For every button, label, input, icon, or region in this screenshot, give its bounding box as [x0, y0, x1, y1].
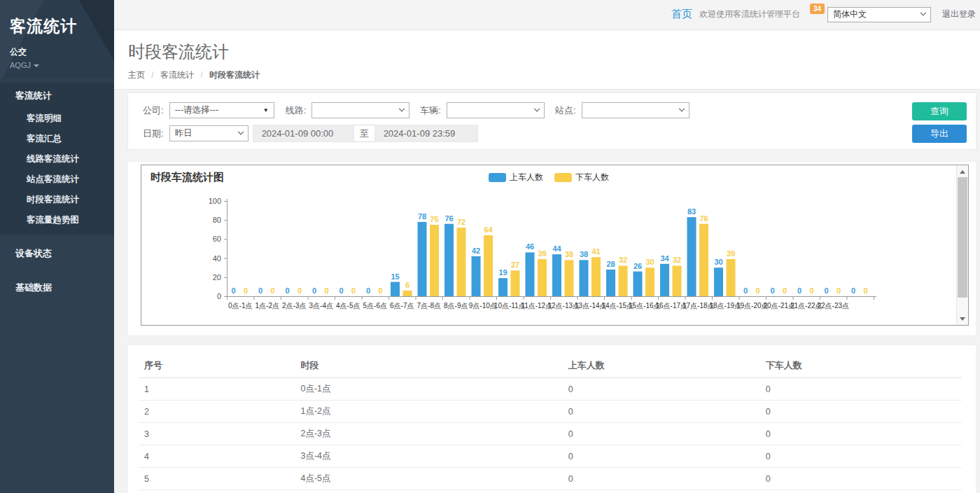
bar-alighting [645, 268, 654, 296]
bar-value-label: 41 [592, 247, 600, 256]
bar-alighting [619, 265, 628, 296]
stats-table: 序号 时段 上车人数 下车人数 10点-1点0021点-2点0032点-3点00… [139, 354, 962, 493]
bar-boarding [391, 282, 400, 296]
bar-chart-svg: 0204060801000点-1点001点-2点002点-3点003点-4点00… [141, 171, 946, 314]
bar-boarding [444, 224, 454, 296]
svg-text:6点-7点: 6点-7点 [390, 302, 414, 310]
table-cell: 2 [139, 401, 295, 423]
bar-value-label: 0 [298, 286, 302, 295]
bar-alighting [457, 228, 466, 296]
search-button[interactable]: 查询 [912, 102, 967, 120]
breadcrumb-section[interactable]: 客流统计 [160, 70, 194, 80]
notification-badge[interactable]: 34 [810, 4, 825, 14]
submenu: 客流明细客流汇总线路客流统计站点客流统计时段客流统计客流量趋势图 [0, 109, 114, 230]
bar-value-label: 30 [714, 258, 722, 266]
sidebar-subitem[interactable]: 线路客流统计 [0, 149, 114, 169]
date-from-input[interactable]: 2024-01-09 00:00 [253, 125, 354, 142]
menu-group-passenger-stats: 客流统计 客流明细客流汇总线路客流统计站点客流统计时段客流统计客流量趋势图 [0, 83, 114, 235]
sidebar-subitem[interactable]: 客流明细 [0, 109, 114, 129]
bar-value-label: 72 [457, 218, 465, 226]
bar-value-label: 83 [687, 207, 696, 216]
table-cell: 4 [139, 445, 295, 468]
table-row: 32点-3点00 [139, 423, 962, 445]
table-cell: 3点-4点 [295, 445, 562, 468]
language-select-value: 简体中文 [833, 8, 867, 20]
company-label: 公司: [143, 104, 164, 117]
bar-alighting [538, 259, 547, 296]
bar-value-label: 0 [863, 286, 867, 295]
bar-value-label: 32 [619, 256, 627, 264]
svg-text:80: 80 [213, 216, 221, 224]
scroll-down-icon[interactable] [957, 313, 968, 324]
table-row: 10点-1点00 [139, 378, 962, 401]
sidebar-subitem[interactable]: 客流量趋势图 [0, 210, 114, 230]
language-select[interactable]: 简体中文 [827, 7, 931, 22]
export-button[interactable]: 导出 [912, 125, 967, 143]
chart-scrollbar[interactable] [956, 165, 968, 325]
bar-value-label: 32 [673, 256, 681, 264]
filter-row-2: 日期: 昨日 2024-01-09 00:00 至 2024-01-09 23:… [143, 125, 478, 142]
sidebar-item-passenger-stats[interactable]: 客流统计 [0, 83, 114, 109]
bar-value-label: 28 [606, 260, 615, 268]
date-range-separator: 至 [354, 125, 374, 142]
bar-value-label: 44 [552, 244, 561, 253]
bar-alighting [484, 235, 493, 296]
app-title: 客流统计 [10, 15, 104, 37]
table-cell: 0 [760, 378, 962, 401]
bar-value-label: 0 [270, 286, 274, 295]
line-select[interactable] [312, 102, 410, 118]
bar-value-label: 75 [430, 215, 438, 223]
date-preset-select[interactable]: 昨日 [169, 125, 248, 141]
scroll-up-icon[interactable] [957, 166, 968, 177]
vehicle-select[interactable] [447, 102, 545, 118]
bar-alighting [592, 257, 601, 296]
table-cell: 1 [139, 378, 295, 401]
table-cell: 4点-5点 [295, 468, 562, 490]
bar-alighting [727, 259, 736, 296]
bar-value-label: 0 [312, 286, 316, 295]
sidebar-item-base-data[interactable]: 基础数据 [0, 272, 114, 303]
bar-boarding [472, 256, 481, 296]
table-cell: 5 [139, 468, 295, 490]
sidebar-subitem[interactable]: 时段客流统计 [0, 190, 114, 210]
welcome-text: 欢迎使用客流统计管理平台 [699, 8, 800, 20]
sidebar-subitem[interactable]: 客流汇总 [0, 129, 114, 149]
user-dropdown[interactable]: AQGJ [10, 61, 104, 69]
table-row: 65点-6点00 [139, 490, 962, 493]
bar-value-label: 42 [472, 246, 480, 255]
bar-alighting [565, 260, 574, 296]
company-select[interactable]: ---请选择--- ▼ [169, 102, 274, 118]
table-cell: 3 [139, 423, 295, 445]
chevron-down-icon [920, 9, 926, 15]
bar-boarding [418, 222, 427, 296]
bar-value-label: 0 [366, 286, 370, 295]
scrollbar-thumb[interactable] [958, 177, 967, 298]
breadcrumb-home[interactable]: 主页 [128, 70, 145, 80]
bar-boarding [606, 270, 615, 296]
bar-value-label: 0 [324, 286, 328, 295]
sidebar-item-device-status[interactable]: 设备状态 [0, 238, 114, 269]
bar-value-label: 26 [634, 262, 642, 270]
table-row: 54点-5点00 [139, 468, 962, 490]
line-label: 线路: [286, 104, 307, 117]
table-cell: 0 [563, 445, 760, 468]
sidebar-subitem[interactable]: 站点客流统计 [0, 169, 114, 190]
bar-value-label: 0 [258, 286, 262, 295]
filter-panel: 公司: ---请选择--- ▼ 线路: 车辆: 站点: [127, 92, 976, 150]
logout-link[interactable]: 退出登录 [942, 8, 976, 20]
dropdown-arrow-icon: ▼ [263, 107, 269, 113]
svg-text:5点-6点: 5点-6点 [363, 302, 387, 310]
bar-boarding [580, 260, 589, 296]
home-link[interactable]: 首页 [671, 8, 692, 21]
bar-value-label: 0 [824, 286, 828, 295]
bar-alighting [511, 270, 520, 296]
bar-alighting [430, 225, 439, 296]
table-cell: 0 [760, 445, 962, 468]
station-select[interactable] [582, 102, 690, 118]
main-area: 首页 欢迎使用客流统计管理平台 34 简体中文 退出登录 时段客流统计 主页 /… [114, 0, 980, 493]
table-cell: 5点-6点 [295, 490, 562, 493]
date-to-input[interactable]: 2024-01-09 23:59 [374, 125, 478, 142]
bar-boarding [687, 217, 696, 296]
date-preset-value: 昨日 [175, 127, 192, 139]
topbar: 首页 欢迎使用客流统计管理平台 34 简体中文 退出登录 [114, 0, 980, 29]
